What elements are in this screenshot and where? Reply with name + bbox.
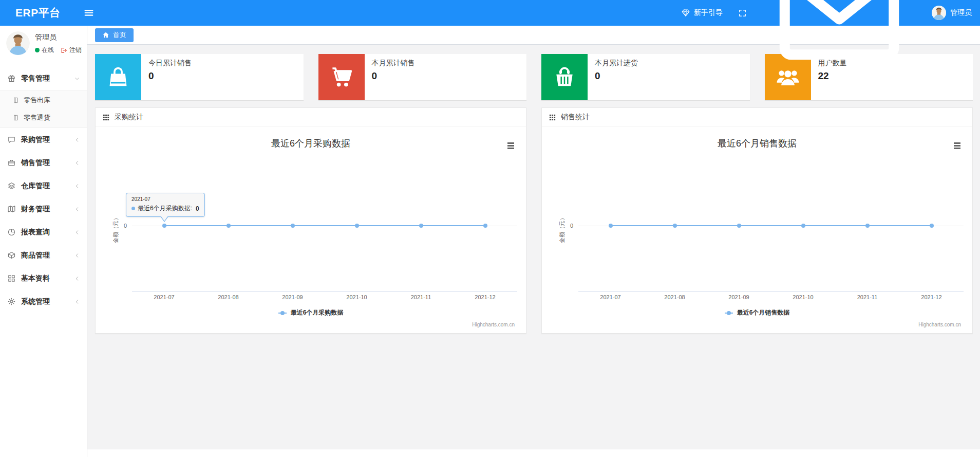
sidebar-item-row[interactable]: 零售管理 (0, 67, 87, 90)
app-logo[interactable]: ERP平台 (15, 6, 61, 20)
online-status-label: 在线 (42, 46, 54, 54)
chevron-left-icon (73, 136, 81, 143)
cart-icon (330, 65, 353, 89)
sidebar-item-row[interactable]: 基本资料 (0, 267, 87, 290)
content: 今日累计销售 0 本月累计销售 0 本月累计进货 0 用户数量 22 采购统计 … (87, 45, 980, 449)
stat-card-value: 0 (595, 70, 638, 82)
stat-card-label: 本月累计进货 (595, 59, 638, 68)
data-point[interactable] (801, 224, 805, 228)
x-axis-tick: 2021-11 (398, 294, 444, 300)
data-point[interactable] (609, 224, 613, 228)
sidebar-item-row[interactable]: 销售管理 (0, 151, 87, 174)
tooltip-header: 2021-07 (131, 196, 199, 202)
online-status-dot (35, 48, 40, 52)
gem-icon (681, 8, 690, 17)
sidebar-item-finance: 财务管理 (0, 197, 87, 221)
logout-link[interactable]: 注销 (60, 46, 82, 54)
data-point[interactable] (227, 224, 231, 228)
data-point[interactable] (483, 224, 487, 228)
legend-item[interactable]: 最近6个月采购数据 (96, 308, 526, 317)
sidebar-item-system: 系统管理 (0, 290, 87, 313)
fullscreen-icon[interactable] (738, 9, 747, 17)
data-point[interactable] (737, 224, 741, 228)
x-axis-tick: 2021-10 (780, 294, 826, 300)
x-axis-tick: 2021-09 (716, 294, 762, 300)
sidebar-item-row[interactable]: 采购管理 (0, 128, 87, 151)
sidebar-item-label: 采购管理 (21, 135, 50, 144)
stat-card[interactable]: 本月累计销售 0 (318, 54, 527, 100)
top-navbar: ERP平台 新手引导 0 管理员 (0, 0, 980, 26)
logout-icon (60, 47, 67, 54)
chevron-left-icon (73, 159, 81, 167)
user-menu[interactable]: 管理员 (932, 6, 972, 20)
data-point[interactable] (865, 224, 870, 228)
layers-icon (7, 181, 16, 190)
chart-context-menu-icon[interactable] (953, 142, 961, 151)
y-axis-tick: 0 (108, 223, 127, 229)
stat-card-icon-box (541, 54, 588, 100)
sidebar-item-row[interactable]: 仓库管理 (0, 174, 87, 197)
tooltip-value: 0 (196, 205, 199, 212)
sidebar-subitem[interactable]: 零售退货 (0, 109, 87, 126)
chart-title: 最近6个月采购数据 (96, 137, 526, 150)
sidebar-item-row[interactable]: 财务管理 (0, 197, 87, 221)
th-grid-icon (549, 114, 556, 121)
tab-home[interactable]: 首页 (95, 28, 134, 42)
sidebar-item-row[interactable]: 商品管理 (0, 244, 87, 267)
stat-card-value: 0 (372, 70, 415, 82)
chevron-left-icon (73, 298, 81, 305)
sidebar-item-label: 系统管理 (21, 297, 50, 306)
x-axis-tick: 2021-10 (334, 294, 380, 300)
chart-context-menu-icon[interactable] (507, 142, 515, 151)
pie-chart-icon (7, 228, 16, 236)
panel-header: 销售统计 (542, 108, 972, 127)
user-name: 管理员 (35, 33, 82, 42)
sidebar-subitem[interactable]: 零售出库 (0, 92, 87, 109)
x-axis-tick: 2021-12 (462, 294, 508, 300)
legend-label: 最近6个月销售数据 (737, 308, 790, 317)
chat-icon (7, 135, 16, 144)
sidebar-subitem-label: 零售出库 (24, 96, 50, 105)
sidebar-item-label: 零售管理 (21, 74, 50, 83)
panel-title: 销售统计 (561, 113, 590, 122)
sidebar-item-row[interactable]: 报表查询 (0, 221, 87, 244)
sidebar-item-reports: 报表查询 (0, 221, 87, 244)
legend-marker-icon (725, 313, 733, 314)
data-point[interactable] (673, 224, 677, 228)
sidebar: 管理员 在线 注销 零售管理 零售出库 零售退货 采购管理 (0, 26, 87, 457)
messages-button[interactable]: 0 (762, 0, 916, 90)
box-icon (7, 251, 16, 260)
sidebar-item-label: 商品管理 (21, 251, 50, 260)
home-icon (102, 31, 109, 39)
sidebar-menu: 零售管理 零售出库 零售退货 采购管理 销售管理 仓库管理 财务管理 (0, 67, 87, 313)
stat-card[interactable]: 今日累计销售 0 (95, 54, 304, 100)
sidebar-item-purchase: 采购管理 (0, 128, 87, 151)
sidebar-item-row[interactable]: 系统管理 (0, 290, 87, 313)
th-grid-icon (102, 114, 110, 121)
data-point[interactable] (355, 224, 359, 228)
chart-panel: 采购统计 最近6个月采购数据 金额（元） 0 最近6个月采购数据 Highcha… (95, 107, 526, 334)
map-icon (7, 205, 16, 213)
briefcase-icon (7, 158, 16, 167)
grid-icon (7, 274, 16, 283)
x-axis-tick: 2021-08 (205, 294, 252, 300)
y-axis-label: 金额（元） (558, 206, 566, 253)
y-axis-label: 金额（元） (112, 206, 120, 253)
data-point[interactable] (162, 224, 166, 228)
stat-card-label: 本月累计销售 (372, 59, 415, 68)
x-axis-line (132, 291, 517, 291)
chart-tooltip: 2021-07 最近6个月采购数据: 0 (126, 193, 205, 217)
guide-button[interactable]: 新手引导 (681, 8, 723, 17)
x-axis-tick: 2021-11 (844, 294, 891, 300)
data-point[interactable] (291, 224, 295, 228)
data-point[interactable] (930, 224, 934, 228)
series-line (164, 225, 485, 226)
x-axis-tick: 2021-07 (141, 294, 187, 300)
highcharts-credit[interactable]: Highcharts.com.cn (472, 322, 515, 327)
data-point[interactable] (419, 224, 423, 228)
highcharts-credit[interactable]: Highcharts.com.cn (918, 322, 961, 327)
x-axis-tick: 2021-09 (270, 294, 316, 300)
sidebar-toggle-icon[interactable] (83, 7, 95, 19)
legend-item[interactable]: 最近6个月销售数据 (542, 308, 972, 317)
series-line (611, 225, 932, 226)
